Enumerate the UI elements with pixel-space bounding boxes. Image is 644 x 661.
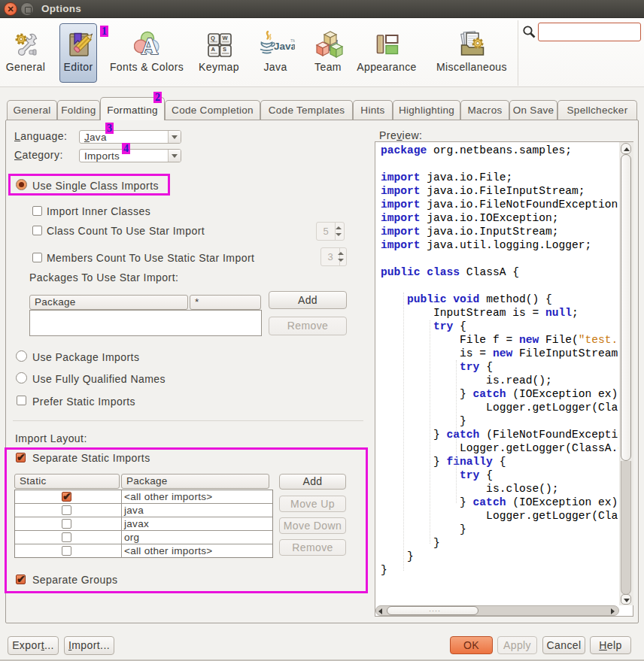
svg-text:TM: TM (290, 38, 295, 43)
svg-text:Q: Q (211, 35, 215, 41)
svg-text:A: A (141, 33, 159, 58)
svg-text:A: A (211, 46, 216, 53)
svg-text:S: S (223, 46, 226, 53)
svg-text:W: W (223, 35, 229, 41)
